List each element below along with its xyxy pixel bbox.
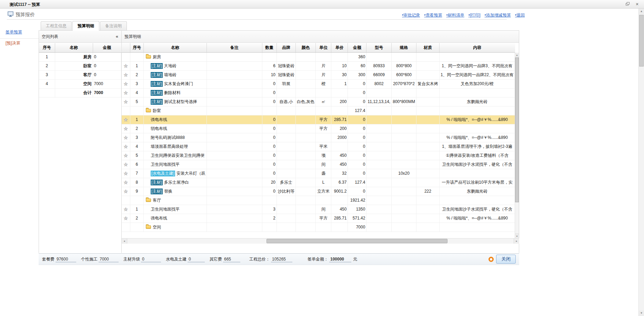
close-window-icon[interactable]: ✕	[634, 2, 640, 7]
item-row[interactable]: ★4[主材]删除材料00	[122, 88, 515, 97]
horizontal-scroll-thumb[interactable]	[266, 239, 447, 243]
favorite-star-icon[interactable]: ★	[124, 171, 128, 176]
item-row[interactable]: ★1卫生间地面找平3间4501350卫生间地面沙子水泥找平，硬化（不含	[122, 205, 515, 214]
favorite-star-icon[interactable]: ★	[124, 162, 128, 167]
favorite-star-icon[interactable]: ★	[124, 90, 128, 95]
item-row[interactable]: ★1强电布线0平方285.710% / 啦啦啦*、=--@#￥%......&8…	[122, 115, 515, 124]
detail-col-header-5[interactable]: 品牌	[277, 43, 296, 52]
detail-col-header-12[interactable]: 材质	[416, 43, 439, 52]
cell-model: 11,12,13,14,	[366, 97, 392, 106]
cell-unit	[316, 133, 331, 142]
detail-col-header-8[interactable]: 单价	[331, 43, 348, 52]
item-row[interactable]: ★2弱电布线0平方2000	[122, 124, 515, 133]
page-scrollbar[interactable]: ▲ ▼	[638, 9, 644, 316]
item-row[interactable]: ★9[主材]替换0沙比利等立方米9001.20222东鹏抛光砖	[122, 187, 515, 196]
cell-material	[416, 133, 439, 142]
item-row[interactable]: ★3附号乱码测试8888020000% / 啦啦啦*、=--@#￥%......…	[122, 133, 515, 142]
toolbar-link-5[interactable]: •退回	[515, 13, 525, 18]
group-row[interactable]: 卧室127.4	[122, 106, 515, 115]
toolbar-link-0[interactable]: •审批记录	[402, 13, 420, 18]
space-row-1[interactable]: 2卧室0	[39, 61, 121, 70]
restore-window-icon[interactable]	[625, 2, 631, 7]
detail-col-header-3[interactable]: 备注	[207, 43, 262, 52]
detail-col-header-10[interactable]: 型号	[366, 43, 392, 52]
favorite-star-icon[interactable]: ★	[124, 180, 128, 185]
tab-1[interactable]: 预算明细	[72, 21, 99, 31]
space-list-title: 空间列表	[42, 34, 58, 39]
detail-col-header-0[interactable]	[122, 43, 130, 52]
favorite-star-icon[interactable]: ★	[124, 153, 128, 158]
collapse-panel-icon[interactable]: «	[116, 31, 118, 42]
close-button[interactable]: 关闭	[496, 255, 516, 264]
detail-col-header-1[interactable]: 序号	[130, 43, 143, 52]
favorite-star-icon[interactable]: ★	[124, 63, 128, 69]
detail-col-header-13[interactable]: 内容	[439, 43, 515, 52]
space-row-3[interactable]: 4空间7000	[39, 79, 121, 88]
favorite-star-icon[interactable]: ★	[124, 207, 128, 212]
space-row-2[interactable]: 3客厅0	[39, 70, 121, 79]
group-row[interactable]: 厨房360	[122, 52, 515, 61]
favorite-star-icon[interactable]: ★	[124, 144, 128, 149]
toolbar-link-1[interactable]: •查看预算	[424, 13, 442, 18]
favorite-star-icon[interactable]: ★	[124, 135, 128, 140]
favorite-star-icon[interactable]: ★	[124, 216, 128, 221]
sidebar-item-1[interactable]: [预]决算	[0, 39, 39, 49]
space-cell-name: 卧室	[55, 61, 93, 70]
detail-col-header-6[interactable]: 颜色	[296, 43, 316, 52]
fee-field-0: 套餐费97600	[42, 256, 76, 262]
cell-spec	[392, 115, 416, 124]
scroll-left-icon[interactable]: ◄	[122, 238, 127, 244]
toolbar-link-2[interactable]: •材料清单	[446, 13, 464, 18]
group-row[interactable]: 客厅1921.42	[122, 196, 515, 205]
detail-col-header-2[interactable]: 名称	[144, 43, 207, 52]
page-scroll-down-icon[interactable]: ▼	[639, 310, 644, 316]
detail-col-header-4[interactable]: 数量	[262, 43, 277, 52]
item-row[interactable]: ★1[主材]大地砖6冠珠瓷砖片106080933800*8001、同一空间选同一…	[122, 61, 515, 70]
cell-seq	[130, 106, 143, 115]
favorite-star-icon[interactable]: ★	[124, 72, 128, 78]
cell-group-amount: 7000	[348, 223, 366, 232]
item-row[interactable]: ★7[水电及土建]安装大吊灯（跃0盏32010x20	[122, 169, 515, 178]
item-row[interactable]: ★8[主材]多乐士屋净白20多乐士L6.37127.4一升该产品可以涂刷10平方…	[122, 178, 515, 187]
cell-note	[207, 70, 262, 79]
favorite-star-icon[interactable]: ★	[124, 81, 128, 86]
favorite-star-icon[interactable]: ★	[124, 189, 128, 194]
page-scroll-thumb[interactable]	[639, 15, 644, 67]
item-row[interactable]: ★5[主材]测试主材型号选择0自选,小白色,灰色㎡200011,12,13,14…	[122, 97, 515, 106]
toolbar-link-4[interactable]: •添加增减预算	[485, 13, 511, 18]
group-row[interactable]: 空间7000	[122, 223, 515, 232]
cell-color	[296, 160, 316, 169]
item-row[interactable]: ★2[主材]墙地砖10冠珠瓷砖片3030066009600*6001、同一空间选…	[122, 70, 515, 79]
detail-col-header-9[interactable]: 金额	[348, 43, 366, 52]
detail-col-header-7[interactable]: 单位	[316, 43, 331, 52]
cell-note	[207, 142, 262, 151]
space-col-header-1[interactable]: 名称	[55, 43, 93, 52]
scroll-up-icon[interactable]: ▲	[515, 53, 519, 57]
item-row[interactable]: ★6卫生间地面找平0间4500卫生间地面沙子水泥找平，硬化（不含	[122, 160, 515, 169]
favorite-star-icon[interactable]: ★	[124, 126, 128, 131]
space-row-0[interactable]: 1厨房0	[39, 52, 121, 61]
page-scroll-up-icon[interactable]: ▲	[639, 9, 644, 14]
vertical-scroll-thumb[interactable]	[515, 58, 519, 202]
space-row-4[interactable]: 合计7000	[39, 88, 121, 97]
favorite-star-icon[interactable]: ★	[124, 99, 128, 104]
favorite-star-icon[interactable]: ★	[124, 117, 128, 122]
item-row[interactable]: ★2强电布线2平方285.71571.42% / 啦啦啦*、=--@#￥%...…	[122, 214, 515, 223]
scroll-right-icon[interactable]: ►	[514, 238, 519, 244]
scroll-down-icon[interactable]: ▼	[515, 234, 519, 238]
grid-vertical-scrollbar[interactable]: ▲ ▼	[515, 53, 519, 238]
space-col-header-0[interactable]: 序号	[39, 43, 55, 52]
tab-0[interactable]: 工程主信息	[41, 21, 72, 30]
tab-2[interactable]: 备注说明	[100, 21, 127, 30]
grid-horizontal-scrollbar[interactable]: ◄ ►	[122, 238, 519, 244]
item-row[interactable]: ★5卫生间蹲便器安装卫生间蹲便0项4500①蹲便器安装/改造工费辅料（不含	[122, 151, 515, 160]
sidebar-item-0[interactable]: 签单预算	[0, 28, 39, 39]
item-row[interactable]: ★3[主材]实木复合烤漆门0羽展樘1080022070*870*2复合实木烤叉色…	[122, 79, 515, 88]
toolbar-link-3[interactable]: •[打印]	[469, 13, 481, 18]
cell-star	[122, 106, 130, 115]
cell-amount: 127.4	[348, 178, 366, 187]
fee-value: 0	[188, 257, 205, 262]
detail-col-header-11[interactable]: 规格	[392, 43, 416, 52]
item-row[interactable]: ★4墙顶面基层高级处理0平米01、墙面基层清理干净，披刮墙衬2-3遍	[122, 142, 515, 151]
space-col-header-2[interactable]: 金额	[93, 43, 121, 52]
